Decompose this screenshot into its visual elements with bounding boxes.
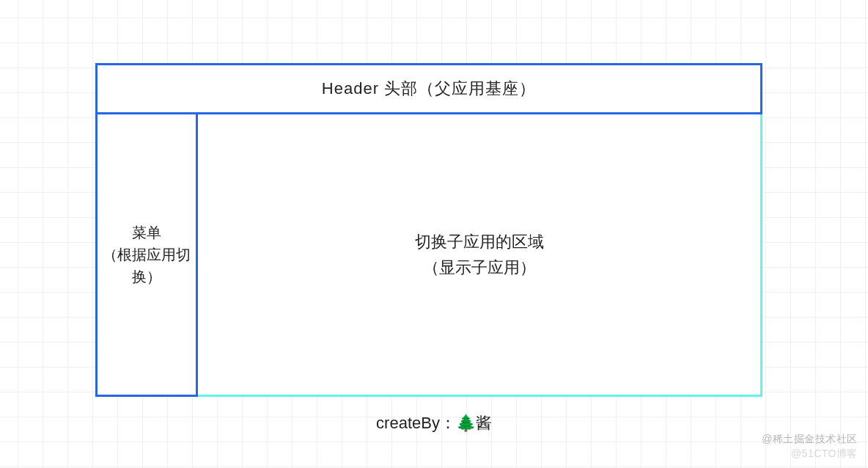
credit-line: createBy：🌲酱 [0,412,868,434]
credit-prefix: createBy： [376,414,456,432]
tree-icon: 🌲 [456,414,476,432]
credit-suffix: 酱 [476,414,492,432]
content-label: 切换子应用的区域（显示子应用） [415,229,544,280]
content-region: 切换子应用的区域（显示子应用） [198,114,762,397]
sidebar-region: 菜单（根据应用切换） [95,114,198,397]
header-label: Header 头部（父应用基座） [322,78,536,100]
watermark-juejin: @稀土掘金技术社区 [762,433,858,446]
header-region: Header 头部（父应用基座） [95,63,762,114]
layout-diagram: Header 头部（父应用基座） 菜单（根据应用切换） 切换子应用的区域（显示子… [95,63,762,397]
watermark-51cto: @51CTO博客 [791,447,858,461]
sidebar-label: 菜单（根据应用切换） [102,222,191,288]
